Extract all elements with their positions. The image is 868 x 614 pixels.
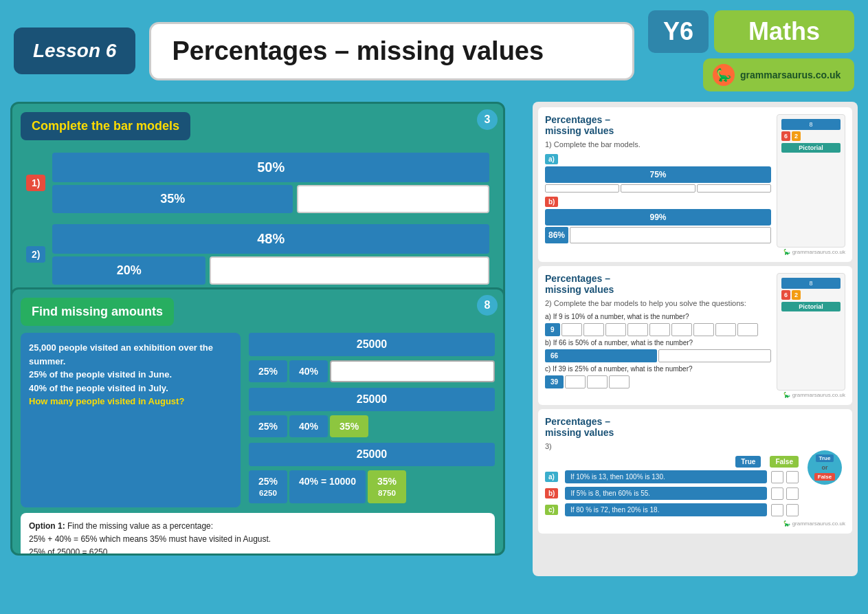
tf-c-statement: If 80 % is 72, then 20% is 18. — [565, 503, 767, 516]
tf-b-false-check[interactable] — [786, 487, 799, 500]
tf-row-c: c) If 80 % is 72, then 20% is 18. — [545, 503, 799, 516]
ws2-qa-c10 — [737, 323, 758, 336]
bt-total-2: 25000 — [249, 388, 495, 411]
ws2-num-grid: 6 2 — [781, 290, 841, 300]
ws1-bar-a-row — [545, 184, 771, 193]
ws1-bar-a-c1 — [545, 184, 619, 193]
problem-text-line1: 25,000 people visited an exhibition over… — [29, 342, 213, 366]
bt-row-5: 25000 — [249, 443, 495, 466]
bar-full-48: 48% — [52, 224, 489, 254]
slide-2: 8 Find missing amounts 25,000 people vis… — [10, 287, 505, 556]
ws2-qb-66: 66 — [545, 349, 657, 362]
tf-a-true-check[interactable] — [771, 471, 783, 483]
bt-june: 25% — [249, 360, 287, 382]
tf-b-true-check[interactable] — [771, 487, 783, 500]
tf-c-checkboxes — [771, 504, 799, 516]
ws1-section-header: 1) Complete the bar models. — [545, 140, 771, 149]
ws2-qa-text: a) If 9 is 10% of a number, what is the … — [545, 313, 771, 320]
page-title: Percentages – missing values — [172, 36, 612, 66]
tf-a-false-check[interactable] — [786, 471, 799, 483]
tf-a-statement: If 10% is 13, then 100% is 130. — [565, 470, 767, 483]
bt-row-6: 25%6250 40% = 10000 35%8750 — [249, 470, 495, 503]
bottom-content: 25,000 people visited an exhibition over… — [12, 333, 503, 507]
lesson-badge: Lesson 6 — [14, 28, 135, 74]
ws1-bar-b-filled: 86% — [545, 227, 568, 243]
ws2-qc-c3 — [587, 375, 608, 388]
tf-c-false-check[interactable] — [786, 504, 799, 516]
ws2-preview-bar: 8 — [781, 278, 841, 289]
bar-empty-1 — [297, 185, 489, 213]
ws1-a-label: a) — [545, 154, 558, 164]
problem-box: 25,000 people visited an exhibition over… — [21, 333, 241, 507]
tf-row-a: a) If 10% is 13, then 100% is 130. — [545, 470, 799, 483]
ws2-qb-text: b) If 66 is 50% of a number, what is the… — [545, 339, 771, 347]
ws1-num-6: 6 — [781, 131, 790, 141]
ws1-num-grid: 6 2 — [781, 131, 841, 141]
ws1-num-2: 2 — [792, 131, 801, 141]
ws2-title: Percentages –missing values — [545, 273, 771, 295]
tf-a-checkboxes — [771, 471, 799, 483]
tf-c-label: c) — [545, 505, 558, 515]
bt-row-3: 25000 — [249, 388, 495, 411]
tf-b-statement: If 5% is 8, then 60% is 55. — [565, 487, 767, 500]
ws1-bar-b-empty — [570, 227, 771, 243]
bar-tables: 25000 25% 40% 25000 25% 40% — [249, 333, 495, 507]
worksheet-3: Percentages –missing values 3) True Fals… — [538, 409, 852, 534]
ws1-preview-bar: 8 — [781, 119, 841, 130]
tf-c-true-check[interactable] — [771, 504, 783, 516]
right-panel: Percentages –missing values 1) Complete … — [533, 102, 858, 576]
tf-row-b: b) If 5% is 8, then 60% is 55. — [545, 487, 799, 500]
bar-row-2: 2) 48% 20% — [26, 224, 489, 285]
ws1-b-label: b) — [545, 197, 558, 207]
bar-full-50: 50% — [52, 153, 489, 182]
ws2-qa-c4 — [605, 323, 626, 336]
bt-total-3: 25000 — [249, 443, 495, 466]
bar-model-container-1: 1) 50% 35% 2) 48% 20% — [12, 153, 503, 285]
tf-b-checkboxes — [771, 487, 799, 500]
solution-text: Option 1: Find the missing value as a pe… — [29, 521, 344, 556]
slide-1: 3 Complete the bar models 1) 50% 35% 2) — [10, 102, 505, 308]
ws1-footer: 🦕 grammarsaurus.co.uk — [545, 249, 845, 255]
tf-a-label: a) — [545, 472, 558, 482]
ws2-qa-c6 — [649, 323, 670, 336]
grammar-url: grammarsaurus.co.uk — [740, 69, 841, 80]
main-content: 3 Complete the bar models 1) 50% 35% 2) — [0, 102, 868, 576]
slide-2-header: Find missing amounts — [21, 298, 174, 326]
title-box: Percentages – missing values — [149, 22, 634, 80]
bt-total: 25000 — [249, 333, 495, 356]
ws2-qc-c4 — [609, 375, 630, 388]
bar-partial-35: 35% — [52, 185, 293, 213]
tof-true-chip: True — [816, 454, 834, 462]
slide-1-number: 3 — [477, 109, 498, 130]
page-header: Lesson 6 Percentages – missing values Y6… — [0, 0, 868, 102]
tof-icon: True or False — [808, 450, 842, 485]
ws2-qa-c3 — [583, 323, 604, 336]
ws3-title: Percentages –missing values — [545, 416, 799, 438]
right-header: Y6 Maths 🦕 grammarsaurus.co.uk — [648, 10, 854, 91]
ws2-num-6: 6 — [781, 290, 790, 300]
tof-or: or — [822, 464, 828, 471]
grammar-logo-icon: 🦕 — [713, 64, 735, 86]
slide-1-header: Complete the bar models — [21, 112, 190, 140]
bt-july-final: 40% = 10000 — [289, 470, 366, 503]
ws2-qc-c2 — [565, 375, 586, 388]
grammar-badge: 🦕 grammarsaurus.co.uk — [703, 58, 854, 91]
tf-false-header: False — [770, 456, 799, 468]
ws2-qb: b) If 66 is 50% of a number, what is the… — [545, 339, 771, 362]
ws2-qa-c2 — [561, 323, 582, 336]
ws2-preview: 8 6 2 Pictorial — [777, 273, 845, 391]
bar-row-1: 1) 50% 35% — [26, 153, 489, 213]
ws3-footer: 🦕 grammarsaurus.co.uk — [545, 520, 845, 527]
q2-label: 2) — [26, 246, 45, 263]
bt-july-2: 40% — [289, 415, 328, 437]
q1-label: 1) — [26, 175, 45, 191]
problem-text-line3: 40% of the people visited in July. — [29, 383, 168, 393]
tf-true-header: True — [735, 456, 761, 468]
bar-partial-2: 20% — [52, 256, 205, 285]
bt-row-2: 25% 40% — [249, 360, 495, 382]
ws2-qb-bar: 66 — [545, 349, 771, 362]
ws2-qa: a) If 9 is 10% of a number, what is the … — [545, 313, 771, 336]
bt-aug-final: 35%8750 — [368, 470, 406, 503]
ws2-qc-39: 39 — [545, 375, 564, 388]
slide-2-number: 8 — [477, 295, 498, 316]
